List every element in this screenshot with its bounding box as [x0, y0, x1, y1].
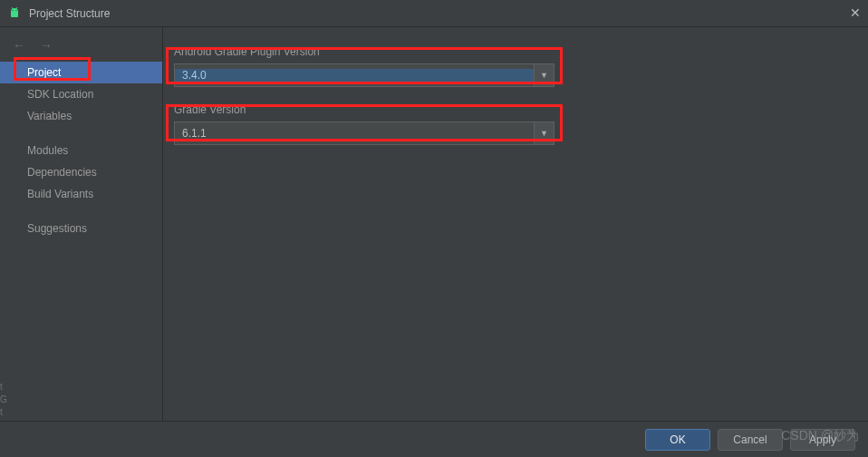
gradle-version-label: Gradle Version: [174, 103, 846, 116]
gradle-version-field: ▼: [170, 122, 846, 145]
android-icon: [7, 6, 22, 21]
editor-gutter: tGt: [0, 381, 7, 419]
dropdown-arrow-icon[interactable]: ▼: [534, 64, 554, 86]
window-title: Project Structure: [29, 7, 110, 20]
svg-point-1: [15, 9, 16, 10]
dropdown-arrow-icon[interactable]: ▼: [534, 122, 554, 144]
agp-version-field: ▼: [170, 63, 846, 87]
main-area: ← → Project SDK Location Variables Modul…: [0, 27, 868, 421]
svg-point-0: [12, 9, 13, 10]
close-icon[interactable]: ✕: [850, 5, 861, 20]
bottom-bar: OK Cancel Apply: [0, 421, 868, 457]
ok-button[interactable]: OK: [645, 429, 710, 451]
sidebar-item-suggestions[interactable]: Suggestions: [0, 218, 162, 239]
sidebar-item-label: Suggestions: [27, 222, 87, 235]
agp-version-label: Android Gradle Plugin Version: [174, 45, 846, 58]
sidebar-item-sdk-location[interactable]: SDK Location: [0, 83, 162, 105]
cancel-button[interactable]: Cancel: [718, 429, 783, 451]
sidebar-item-project[interactable]: Project: [0, 62, 162, 83]
sidebar-item-label: Modules: [27, 144, 68, 157]
agp-version-input[interactable]: [175, 69, 534, 82]
sidebar-item-modules[interactable]: Modules: [0, 140, 162, 161]
sidebar-item-label: SDK Location: [27, 88, 93, 101]
content-panel: Android Gradle Plugin Version ▼ Gradle V…: [163, 27, 868, 421]
sidebar-item-label: Build Variants: [27, 188, 93, 200]
sidebar: ← → Project SDK Location Variables Modul…: [0, 27, 163, 421]
sidebar-item-variables[interactable]: Variables: [0, 105, 162, 127]
sidebar-item-label: Variables: [27, 110, 72, 122]
forward-arrow-icon[interactable]: →: [40, 38, 53, 53]
nav-arrows: ← →: [0, 33, 162, 62]
sidebar-item-label: Project: [27, 66, 61, 79]
sidebar-item-build-variants[interactable]: Build Variants: [0, 183, 162, 205]
svg-line-3: [16, 7, 17, 9]
titlebar: Project Structure ✕: [0, 0, 868, 27]
sidebar-item-label: Dependencies: [27, 166, 97, 179]
gradle-version-input[interactable]: [175, 127, 534, 140]
apply-button[interactable]: Apply: [790, 429, 855, 451]
back-arrow-icon[interactable]: ←: [13, 38, 25, 53]
sidebar-item-dependencies[interactable]: Dependencies: [0, 161, 162, 183]
svg-line-2: [12, 7, 13, 9]
